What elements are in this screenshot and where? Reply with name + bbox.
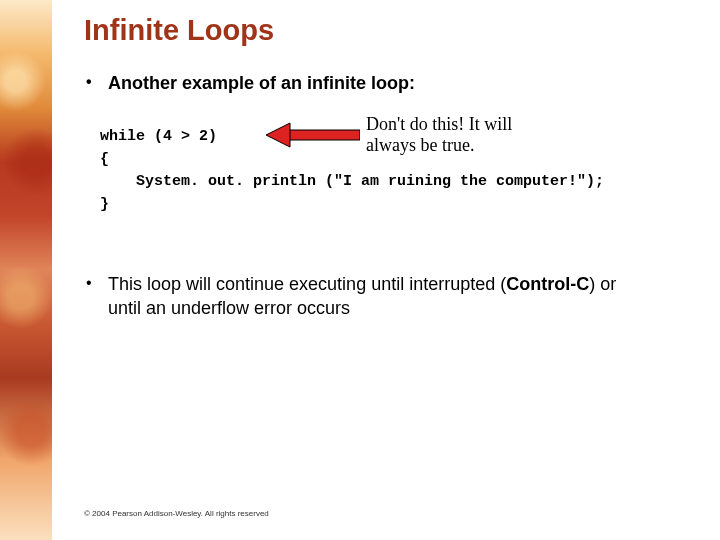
bullet-intro: Another example of an infinite loop:: [84, 73, 716, 94]
svg-rect-0: [286, 130, 360, 140]
callout-text: Don't do this! It will always be true.: [366, 114, 566, 155]
svg-marker-1: [266, 123, 290, 147]
bullet2-ctrl: Control-C: [506, 274, 589, 294]
callout-line1: Don't do this! It will: [366, 114, 512, 134]
code-block: Don't do this! It will always be true. w…: [100, 126, 716, 216]
code-line-4: }: [100, 194, 716, 217]
code-line-3: System. out. println ("I am ruining the …: [100, 171, 716, 194]
slide-title: Infinite Loops: [84, 14, 716, 47]
arrow-left-icon: [266, 121, 360, 149]
decorative-sidebar: [0, 0, 52, 540]
slide-content: Infinite Loops Another example of an inf…: [84, 14, 716, 540]
callout: Don't do this! It will always be true.: [266, 114, 566, 155]
bullet-explanation: This loop will continue executing until …: [84, 272, 644, 321]
callout-line2: always be true.: [366, 135, 474, 155]
bullet2-pre: This loop will continue executing until …: [108, 274, 506, 294]
copyright: © 2004 Pearson Addison-Wesley. All right…: [84, 509, 269, 518]
